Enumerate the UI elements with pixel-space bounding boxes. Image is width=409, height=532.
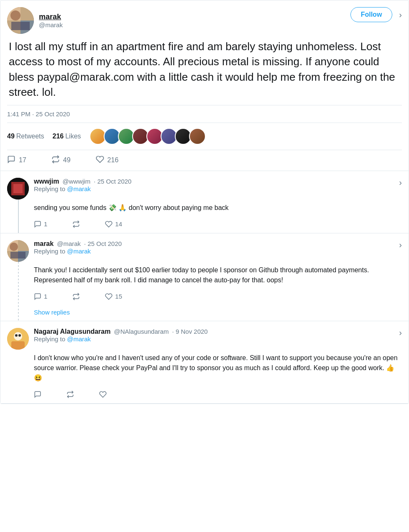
chevron-down-icon[interactable]: › bbox=[399, 10, 402, 20]
reply-item-wwwjim: wwwjim @wwwjim · 25 Oct 2020 Replying to… bbox=[0, 171, 409, 233]
user-info: marak @marak bbox=[7, 7, 63, 34]
reply-avatar-nagaraj[interactable] bbox=[7, 328, 29, 350]
like-count-wwwjim: 14 bbox=[115, 220, 122, 228]
reply-name-wwwjim[interactable]: wwwjim bbox=[34, 178, 59, 185]
user-details: marak @marak bbox=[39, 13, 63, 28]
avatar-image bbox=[7, 7, 34, 34]
tweet-header: marak @marak Follow › bbox=[7, 7, 402, 34]
reply-count-marak: 1 bbox=[44, 293, 47, 300]
reply-name-marak[interactable]: marak bbox=[34, 240, 54, 248]
dotted-thread-line bbox=[18, 262, 19, 321]
tweet-body: I lost all my stuff in an apartment fire… bbox=[7, 39, 402, 100]
reply-item-marak: marak @marak · 25 Oct 2020 Replying to @… bbox=[0, 233, 409, 321]
reply-like-action-nagaraj[interactable] bbox=[99, 391, 107, 398]
reply-username-line-nagaraj: Nagaraj Alagusundaram @NAlagusundaram · … bbox=[34, 328, 208, 335]
reply-handle-marak: @marak bbox=[57, 240, 81, 247]
svg-rect-12 bbox=[10, 252, 26, 258]
reply-actions-nagaraj bbox=[7, 387, 402, 403]
reply-reply-action-wwwjim[interactable]: 1 bbox=[34, 220, 47, 228]
reply-retweet-action-marak[interactable] bbox=[72, 293, 80, 300]
retweet-icon bbox=[51, 155, 60, 166]
retweet-stat: 49 Retweets bbox=[7, 133, 44, 140]
reply-count-wwwjim: 1 bbox=[44, 220, 47, 228]
retweet-label: Retweets bbox=[16, 133, 44, 140]
reply-actions-marak: 1 15 bbox=[7, 289, 402, 305]
chevron-down-icon-nagaraj[interactable]: › bbox=[399, 328, 402, 338]
reply-header-marak: marak @marak · 25 Oct 2020 Replying to @… bbox=[7, 240, 402, 262]
reply-name-nagaraj[interactable]: Nagaraj Alagusundaram bbox=[34, 328, 110, 335]
reply-body-marak: Thank you! I accidentally sent out $100 … bbox=[7, 265, 402, 285]
reply-like-action-marak[interactable]: 15 bbox=[105, 293, 122, 300]
reply-to-nagaraj: Replying to @marak bbox=[34, 335, 208, 343]
reply-username-line-wwwjim: wwwjim @wwwjim · 25 Oct 2020 bbox=[34, 178, 131, 185]
reply-to-marak: Replying to @marak bbox=[34, 248, 122, 255]
like-count: 216 bbox=[107, 156, 119, 164]
svg-rect-15 bbox=[11, 341, 25, 350]
header-right: Follow › bbox=[350, 7, 402, 22]
reply-icon bbox=[7, 155, 15, 166]
reply-to-link-marak[interactable]: @marak bbox=[67, 248, 91, 255]
reply-body-wwwjim: sending you some funds 💸 🙏 don't worry a… bbox=[7, 203, 402, 213]
reply-avatar-marak[interactable] bbox=[7, 240, 29, 262]
reply-count: 17 bbox=[19, 156, 26, 164]
reply-item-nagaraj: Nagaraj Alagusundaram @NAlagusundaram · … bbox=[0, 321, 409, 404]
reply-meta-marak: marak @marak · 25 Oct 2020 Replying to @… bbox=[34, 240, 122, 257]
chevron-down-icon-marak[interactable]: › bbox=[399, 240, 402, 250]
reply-like-action-wwwjim[interactable]: 14 bbox=[105, 220, 122, 228]
username[interactable]: marak bbox=[39, 13, 63, 21]
main-tweet: marak @marak Follow › I lost all my stuf… bbox=[0, 0, 409, 171]
like-count: 216 bbox=[53, 133, 64, 140]
like-stat: 216 Likes bbox=[53, 133, 81, 140]
reply-header-wwwjim: wwwjim @wwwjim · 25 Oct 2020 Replying to… bbox=[7, 178, 402, 200]
tweet-stats: 49 Retweets 216 Likes bbox=[7, 123, 402, 150]
svg-point-14 bbox=[14, 332, 22, 340]
reply-body-nagaraj: I don't know who you're and I haven't us… bbox=[7, 353, 402, 383]
reply-to-wwwjim: Replying to @marak bbox=[34, 185, 131, 192]
reply-reply-action-marak[interactable]: 1 bbox=[34, 293, 47, 300]
tweet-time: 1:41 PM · 25 Oct 2020 bbox=[7, 105, 402, 123]
svg-point-3 bbox=[10, 10, 20, 20]
like-action[interactable]: 216 bbox=[96, 155, 119, 166]
svg-point-17 bbox=[18, 334, 21, 337]
reply-handle-nagaraj: @NAlagusundaram bbox=[114, 328, 169, 335]
tweet-container: marak @marak Follow › I lost all my stuf… bbox=[0, 0, 409, 404]
like-icon bbox=[96, 155, 104, 166]
reply-to-link-wwwjim[interactable]: @marak bbox=[67, 185, 91, 192]
reply-action[interactable]: 17 bbox=[7, 155, 26, 166]
svg-rect-4 bbox=[11, 22, 30, 30]
retweet-action[interactable]: 49 bbox=[51, 155, 71, 166]
reply-avatar-wwwjim[interactable] bbox=[7, 178, 29, 200]
reply-user-nagaraj: Nagaraj Alagusundaram @NAlagusundaram · … bbox=[7, 328, 399, 350]
reply-to-link-nagaraj[interactable]: @marak bbox=[67, 335, 91, 343]
reply-meta-nagaraj: Nagaraj Alagusundaram @NAlagusundaram · … bbox=[34, 328, 208, 345]
like-count-marak: 15 bbox=[115, 293, 122, 300]
chevron-down-icon-wwwjim[interactable]: › bbox=[399, 178, 402, 187]
reply-header-nagaraj: Nagaraj Alagusundaram @NAlagusundaram · … bbox=[7, 328, 402, 350]
follow-button[interactable]: Follow bbox=[350, 7, 393, 22]
reply-retweet-action-nagaraj[interactable] bbox=[66, 391, 74, 398]
reply-user-marak: marak @marak · 25 Oct 2020 Replying to @… bbox=[7, 240, 399, 262]
like-label: Likes bbox=[65, 133, 81, 140]
reply-section: wwwjim @wwwjim · 25 Oct 2020 Replying to… bbox=[0, 171, 409, 404]
show-replies-button[interactable]: Show replies bbox=[7, 305, 402, 321]
liker-avatar-8 bbox=[189, 128, 206, 145]
user-handle: @marak bbox=[39, 21, 63, 28]
reply-date-wwwjim: · 25 Oct 2020 bbox=[94, 178, 131, 185]
avatar[interactable] bbox=[7, 7, 34, 34]
thread-line bbox=[18, 200, 19, 233]
reply-date-nagaraj: · 9 Nov 2020 bbox=[172, 328, 208, 335]
reply-meta-wwwjim: wwwjim @wwwjim · 25 Oct 2020 Replying to… bbox=[34, 178, 131, 195]
reply-retweet-action-wwwjim[interactable] bbox=[72, 220, 80, 228]
svg-point-16 bbox=[15, 334, 18, 337]
reply-user-wwwjim: wwwjim @wwwjim · 25 Oct 2020 Replying to… bbox=[7, 178, 399, 200]
svg-rect-7 bbox=[13, 184, 23, 193]
retweet-count: 49 bbox=[7, 133, 15, 140]
likers-avatars bbox=[89, 128, 206, 145]
reply-date-marak: · 25 Oct 2020 bbox=[84, 240, 122, 247]
reply-username-line-marak: marak @marak · 25 Oct 2020 bbox=[34, 240, 122, 248]
reply-handle-wwwjim: @wwwjim bbox=[62, 178, 90, 185]
svg-point-11 bbox=[10, 243, 18, 251]
reply-reply-action-nagaraj[interactable] bbox=[34, 391, 41, 398]
tweet-actions: 17 49 216 bbox=[7, 150, 402, 171]
reply-actions-wwwjim: 1 14 bbox=[7, 217, 402, 233]
